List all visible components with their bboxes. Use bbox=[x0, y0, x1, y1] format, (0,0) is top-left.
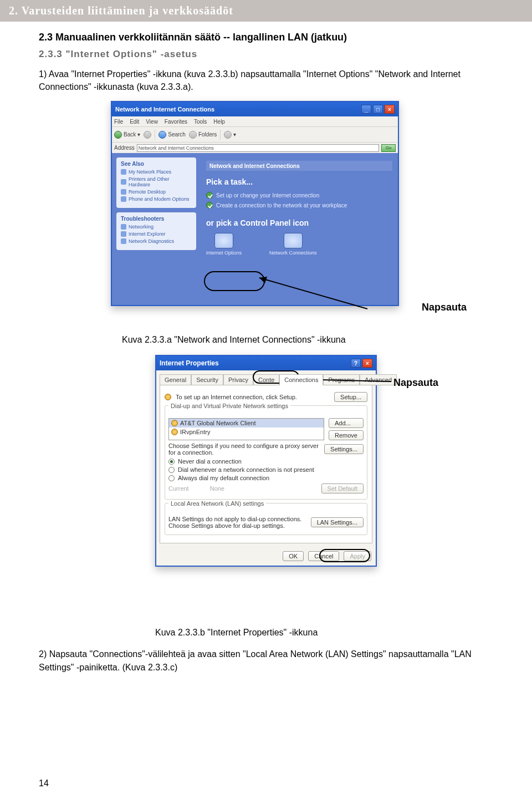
globe-icon bbox=[214, 233, 233, 248]
screenshot-1: Network and Internet Connections _ □ × F… bbox=[111, 101, 421, 328]
help-button[interactable]: ? bbox=[351, 359, 361, 368]
ok-button[interactable]: OK bbox=[283, 551, 304, 561]
troubleshooters-panel: Troubleshooters Networking Internet Expl… bbox=[116, 212, 196, 250]
para1-text: 1) Avaa "Internet Properties" -ikkuna (k… bbox=[39, 69, 461, 91]
cp-title: or pick a Control Panel icon bbox=[206, 218, 392, 227]
tab-general[interactable]: General bbox=[160, 374, 191, 385]
screenshot-2: Internet Properties ? × General Security… bbox=[155, 355, 377, 621]
lan-text: LAN Settings do not apply to dial-up con… bbox=[168, 516, 306, 529]
toolbar: Back▾ Search Folders ▾ bbox=[112, 126, 398, 142]
side-item[interactable]: Networking bbox=[121, 224, 192, 230]
paragraph-1: 1) Avaa "Internet Properties" -ikkuna (k… bbox=[39, 68, 493, 93]
network-icon bbox=[284, 233, 303, 248]
see-also-panel: See Also My Network Places Printers and … bbox=[116, 157, 196, 208]
group-title-2: Local Area Network (LAN) settings bbox=[168, 500, 266, 507]
fwd-button[interactable] bbox=[144, 131, 151, 139]
group-title-1: Dial-up and Virtual Private Network sett… bbox=[168, 403, 290, 409]
trouble-header: Troubleshooters bbox=[121, 216, 192, 222]
setup-button[interactable]: Setup... bbox=[334, 392, 367, 402]
internet-options-icon[interactable]: Internet Options bbox=[206, 233, 242, 256]
lan-settings-button[interactable]: LAN Settings... bbox=[311, 517, 364, 527]
task-2[interactable]: Create a connection to the network at yo… bbox=[206, 202, 392, 208]
dialup-group: Dial-up and Virtual Private Network sett… bbox=[165, 405, 367, 500]
maximize-button[interactable]: □ bbox=[373, 105, 383, 114]
para2-text: 2) Napsauta "Connections"-välilehteä ja … bbox=[39, 649, 472, 671]
connection-list[interactable]: AT&T Global Network Client IRvpnEntry bbox=[168, 418, 324, 440]
settings-button[interactable]: Settings... bbox=[324, 444, 364, 454]
paragraph-2: 2) Napsauta "Connections"-välilehteä ja … bbox=[39, 648, 493, 673]
radio-always[interactable]: Always dial my default connection bbox=[168, 475, 364, 481]
current-value: None bbox=[193, 485, 317, 492]
side-item[interactable]: Network Diagnostics bbox=[121, 238, 192, 244]
setup-text: To set up an Internet connection, click … bbox=[176, 394, 330, 400]
caption-1: Kuva 2.3.3.a "Network and Internet Conne… bbox=[122, 335, 493, 345]
globe-icon bbox=[165, 394, 171, 400]
tab-connections[interactable]: Connections bbox=[279, 374, 323, 385]
dialog-title: Internet Properties bbox=[160, 359, 349, 367]
network-connections-icon[interactable]: Network Connections bbox=[269, 233, 317, 256]
menu-view[interactable]: View bbox=[146, 119, 158, 125]
titlebar: Network and Internet Connections _ □ × bbox=[112, 102, 398, 116]
task-1[interactable]: Set up or change your Internet connectio… bbox=[206, 192, 392, 199]
connection-icon bbox=[171, 420, 178, 426]
close-button[interactable]: × bbox=[385, 105, 395, 114]
side-item[interactable]: Phone and Modem Options bbox=[121, 196, 192, 202]
dialog-titlebar: Internet Properties ? × bbox=[156, 356, 376, 370]
side-item[interactable]: Internet Explorer bbox=[121, 231, 192, 237]
sidebar: See Also My Network Places Printers and … bbox=[112, 153, 201, 305]
side-item[interactable]: Printers and Other Hardware bbox=[121, 176, 192, 187]
content: 2.3 Manuaalinen verkkoliitännän säätö --… bbox=[0, 22, 532, 674]
radio-icon bbox=[168, 475, 175, 481]
radio-whenever[interactable]: Dial whenever a network connection is no… bbox=[168, 466, 364, 473]
minimize-button[interactable]: _ bbox=[361, 105, 371, 114]
highlight-ring-lan bbox=[319, 549, 370, 562]
add-button[interactable]: Add... bbox=[329, 418, 364, 428]
set-default-button: Set Default bbox=[321, 484, 364, 493]
cp-row: Internet Options Network Connections bbox=[206, 233, 392, 256]
menu-edit[interactable]: Edit bbox=[130, 119, 139, 125]
window-title: Network and Internet Connections bbox=[115, 106, 360, 113]
tab-security[interactable]: Security bbox=[191, 374, 223, 385]
subsection-title: 2.3.3 "Internet Options" -asetus bbox=[39, 49, 493, 60]
side-item[interactable]: Remote Desktop bbox=[121, 189, 192, 195]
section-title: 2.3 Manuaalinen verkkoliitännän säätö --… bbox=[39, 32, 493, 43]
side-item[interactable]: My Network Places bbox=[121, 169, 192, 175]
close-button[interactable]: × bbox=[362, 359, 372, 368]
lan-group: Local Area Network (LAN) settings LAN Se… bbox=[165, 503, 367, 535]
tab-programs[interactable]: Programs bbox=[323, 374, 360, 385]
proxy-text: Choose Settings if you need to configure… bbox=[168, 442, 320, 456]
go-button[interactable]: Go bbox=[381, 144, 396, 152]
menu-tools[interactable]: Tools bbox=[194, 119, 207, 125]
arrow-icon bbox=[206, 202, 213, 208]
search-button[interactable]: Search bbox=[158, 131, 186, 139]
tab-privacy[interactable]: Privacy bbox=[223, 374, 253, 385]
pick-a-task: Pick a task... bbox=[206, 177, 392, 186]
main-header: Network and Internet Connections bbox=[206, 161, 392, 171]
tab-advanced[interactable]: Advanced bbox=[360, 374, 397, 385]
list-item: AT&T Global Network Client bbox=[169, 419, 324, 428]
caption-2: Kuva 2.3.3.b "Internet Properties" -ikku… bbox=[155, 628, 493, 638]
radio-never[interactable]: Never dial a connection bbox=[168, 458, 364, 465]
radio-icon bbox=[168, 467, 175, 473]
menu-favorites[interactable]: Favorites bbox=[165, 119, 187, 125]
current-row: Current None Set Default bbox=[168, 484, 364, 493]
current-label: Current bbox=[168, 485, 189, 492]
menu-file[interactable]: File bbox=[114, 119, 123, 125]
back-button[interactable]: Back▾ bbox=[114, 131, 140, 139]
radio-icon bbox=[168, 459, 175, 465]
menu-help[interactable]: Help bbox=[213, 119, 225, 125]
list-item: IRvpnEntry bbox=[169, 428, 324, 436]
see-also-header: See Also bbox=[121, 161, 192, 167]
tab-pane: To set up an Internet connection, click … bbox=[160, 385, 372, 543]
page-number: 14 bbox=[39, 778, 49, 788]
proxy-row: Choose Settings if you need to configure… bbox=[168, 442, 364, 456]
connection-icon bbox=[171, 429, 178, 435]
address-field[interactable]: Network and Internet Connections bbox=[137, 144, 379, 152]
napsauta-label-1: Napsauta bbox=[422, 302, 467, 313]
page-header: 2. Varusteiden liittäminen ja verkkosääd… bbox=[0, 0, 532, 22]
highlight-ring-1 bbox=[204, 271, 265, 291]
dialog-window: Internet Properties ? × General Security… bbox=[155, 355, 377, 567]
folders-button[interactable]: Folders bbox=[189, 131, 217, 139]
views-button[interactable]: ▾ bbox=[224, 131, 236, 139]
remove-button[interactable]: Remove bbox=[329, 430, 364, 440]
